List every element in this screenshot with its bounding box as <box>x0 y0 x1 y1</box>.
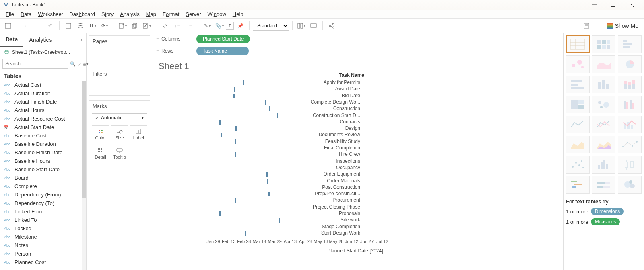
showme-thumb-heat[interactable] <box>592 35 616 53</box>
refresh-icon[interactable]: ⟳ <box>99 20 110 31</box>
marks-size[interactable]: Size <box>111 125 128 143</box>
showme-thumb-gantt[interactable] <box>566 176 590 194</box>
tab-data[interactable]: Data <box>0 33 23 47</box>
showme-thumb-line2[interactable] <box>592 116 616 133</box>
field-item[interactable]: AbcActual Hours <box>4 106 85 115</box>
marks-color[interactable]: Color <box>92 125 109 143</box>
sort-desc-icon[interactable]: ↑≡ <box>184 20 195 31</box>
data-mark[interactable] <box>243 80 244 85</box>
showme-thumb-bullet[interactable] <box>592 176 616 194</box>
fit-select[interactable]: Standard <box>253 21 289 31</box>
maximize-button[interactable] <box>604 0 622 9</box>
field-item[interactable]: AbcBaseline Start Date <box>4 165 85 174</box>
duplicate-icon[interactable] <box>129 20 140 31</box>
menu-format[interactable]: Format <box>159 11 182 17</box>
marks-label[interactable]: TLabel <box>130 125 147 143</box>
data-mark[interactable] <box>235 152 236 157</box>
data-mark[interactable] <box>235 198 236 203</box>
showme-thumb-hbar[interactable] <box>566 76 590 93</box>
close-button[interactable] <box>622 0 641 9</box>
field-item[interactable]: AbcDependency (From) <box>4 190 85 199</box>
field-item[interactable]: AbcActual Cost <box>4 81 85 89</box>
swap-icon[interactable]: ⇄ <box>159 20 171 31</box>
columns-shelf[interactable]: ≡Columns Planned Start Date <box>153 33 563 45</box>
group-icon[interactable]: 📎 <box>214 20 225 31</box>
field-item[interactable]: AbcPerson <box>4 250 85 258</box>
data-mark[interactable] <box>221 133 222 137</box>
save-icon[interactable] <box>63 20 74 31</box>
data-mark[interactable] <box>268 192 270 196</box>
datasource-row[interactable]: Sheet1 (Tasks-Creekwoo... <box>0 47 86 57</box>
sort-asc-icon[interactable]: ↓≡ <box>171 20 183 31</box>
search-input[interactable] <box>2 59 68 69</box>
showme-thumb-circle[interactable] <box>592 96 616 113</box>
showme-thumb-tree[interactable] <box>566 96 590 113</box>
data-mark[interactable] <box>269 106 270 111</box>
pause-updates-icon[interactable] <box>87 20 98 31</box>
menu-analysis[interactable]: Analysis <box>117 11 142 17</box>
marks-detail[interactable]: Detail <box>92 145 109 162</box>
pin-icon[interactable]: 📌 <box>235 20 246 31</box>
data-mark[interactable] <box>267 179 268 184</box>
data-mark[interactable] <box>233 94 235 98</box>
showme-thumb-area2[interactable] <box>592 136 616 153</box>
field-item[interactable]: AbcNotes <box>4 241 85 250</box>
tab-analytics[interactable]: Analytics <box>23 33 57 46</box>
showme-thumb-hlbar[interactable] <box>618 35 642 53</box>
collapse-pane-icon[interactable]: ‹ <box>77 35 86 45</box>
start-page-icon[interactable] <box>2 20 14 31</box>
data-mark[interactable] <box>235 126 237 131</box>
filter-icon[interactable]: ▽ <box>77 59 80 68</box>
new-datasource-icon[interactable] <box>75 20 86 31</box>
menu-window[interactable]: Window <box>204 11 229 17</box>
filters-shelf[interactable]: Filters <box>89 68 150 96</box>
data-mark[interactable] <box>234 87 235 92</box>
share-icon[interactable] <box>326 20 337 31</box>
sheet-title[interactable]: Sheet 1 <box>153 57 563 74</box>
search-icon[interactable]: 🔍 <box>70 59 76 68</box>
scrollbar-thumb[interactable] <box>82 81 86 198</box>
menu-map[interactable]: Map <box>143 11 159 17</box>
showme-thumb-dual[interactable] <box>618 116 642 133</box>
field-item[interactable]: AbcBaseline Duration <box>4 140 85 148</box>
menu-story[interactable]: Story <box>98 11 117 17</box>
show-me-button[interactable]: Show Me <box>604 21 642 31</box>
data-mark[interactable] <box>219 211 221 216</box>
field-item[interactable]: AbcBaseline Finish Date <box>4 148 85 157</box>
menu-file[interactable]: File <box>2 11 17 17</box>
scrollbar-track[interactable] <box>82 81 86 270</box>
menu-worksheet[interactable]: Worksheet <box>35 11 66 17</box>
minimize-button[interactable] <box>585 0 604 9</box>
showme-thumb-packed[interactable] <box>618 176 642 194</box>
cards-icon[interactable] <box>296 20 307 31</box>
field-item[interactable]: AbcLinked From <box>4 207 85 216</box>
revert-icon[interactable]: ↶ <box>45 20 56 31</box>
columns-pill[interactable]: Planned Start Date <box>196 35 250 43</box>
rows-shelf[interactable]: ≡Rows Task Name <box>153 45 563 57</box>
data-mark[interactable] <box>219 120 221 125</box>
field-item[interactable]: AbcActual Finish Date <box>4 98 85 106</box>
field-item[interactable]: AbcPlanned Cost <box>4 258 85 266</box>
field-item[interactable]: 📅Actual Start Date <box>4 123 85 131</box>
rows-pill[interactable]: Task Name <box>196 47 249 55</box>
menu-dashboard[interactable]: Dashboard <box>66 11 98 17</box>
marks-type-select[interactable]: ↗Automatic ▼ <box>92 113 147 122</box>
showme-thumb-pie[interactable] <box>618 55 642 73</box>
field-item[interactable]: AbcDependency (To) <box>4 199 85 207</box>
field-item[interactable]: AbcLinked To <box>4 216 85 224</box>
showme-thumb-area[interactable] <box>566 136 590 153</box>
pages-shelf[interactable]: Pages <box>89 35 150 63</box>
field-item[interactable]: AbcMilestone <box>4 233 85 241</box>
field-item[interactable]: AbcBoard <box>4 174 85 182</box>
chart-area[interactable]: Task NameApply for PermitsAward DateBid … <box>153 74 563 270</box>
data-guide-icon[interactable] <box>581 20 592 31</box>
marks-tooltip[interactable]: Tooltip <box>111 145 128 162</box>
showme-thumb-vbar[interactable] <box>592 76 616 93</box>
showme-thumb-scatter[interactable] <box>566 156 590 174</box>
field-item[interactable]: AbcLocked <box>4 224 85 233</box>
redo-icon[interactable]: → <box>33 20 44 31</box>
menu-help[interactable]: Help <box>229 11 247 17</box>
new-worksheet-icon[interactable]: + <box>117 20 128 31</box>
menu-data[interactable]: Data <box>17 11 35 17</box>
data-mark[interactable] <box>266 172 268 177</box>
